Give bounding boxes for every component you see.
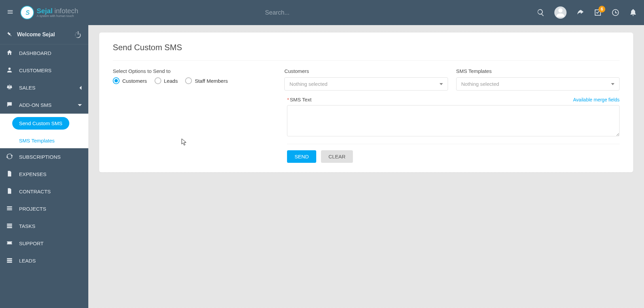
templates-select[interactable]: Nothing selected xyxy=(456,77,620,91)
brand-name: Sejal infotech xyxy=(37,7,78,15)
customers-select-value: Nothing selected xyxy=(289,81,327,87)
merge-fields-link[interactable]: Available merge fields xyxy=(573,97,620,102)
sidebar-item-customers[interactable]: CUSTOMERS xyxy=(0,62,88,79)
nav-label: DASHBOARD xyxy=(19,50,51,56)
bell-icon xyxy=(629,8,637,17)
search-input[interactable] xyxy=(265,9,350,16)
sms-text-field: *SMS Text Available merge fields SEND CL… xyxy=(287,97,620,163)
sidebar-item-dashboard[interactable]: DASHBOARD xyxy=(0,44,88,62)
radio-label: Staff Members xyxy=(195,78,228,84)
chevron-down-icon xyxy=(77,103,82,107)
nav-label: ADD-ON SMS xyxy=(19,102,52,108)
chat-icon xyxy=(6,101,13,109)
nav-label: LEADS xyxy=(19,258,36,264)
content-area: Send Custom SMS Select Options to Send t… xyxy=(88,25,644,308)
file-icon xyxy=(6,188,13,195)
send-to-label: Select Options to Send to xyxy=(113,68,276,74)
submenu-item-send-custom-sms[interactable]: Send Custom SMS xyxy=(0,114,88,133)
topbar-actions: 6 xyxy=(537,6,637,19)
sidebar-item-contracts[interactable]: CONTRACTS xyxy=(0,183,88,200)
sidebar-item-projects[interactable]: PROJECTS xyxy=(0,200,88,217)
share-icon xyxy=(576,8,584,17)
radio-icon xyxy=(185,77,192,84)
rows-icon xyxy=(6,222,13,230)
sms-text-input[interactable] xyxy=(287,105,620,136)
search-button[interactable] xyxy=(537,8,545,17)
nav-label: CONTRACTS xyxy=(19,189,51,194)
radio-customers[interactable]: Customers xyxy=(113,77,147,84)
templates-select-value: Nothing selected xyxy=(461,81,499,87)
notifications-button[interactable] xyxy=(629,8,637,17)
submenu-item-sms-templates[interactable]: SMS Templates xyxy=(0,133,88,148)
caret-down-icon xyxy=(611,82,614,86)
clock-icon xyxy=(611,8,620,17)
welcome-text: Welcome Sejal xyxy=(17,32,74,38)
nav-label: CUSTOMERS xyxy=(19,68,52,73)
share-button[interactable] xyxy=(576,8,584,17)
sidebar-item-subscriptions[interactable]: SUBSCRIPTIONS xyxy=(0,148,88,166)
topbar: Sejal infotech A system with human touch… xyxy=(0,0,644,25)
avatar-icon xyxy=(554,6,567,19)
profile-avatar[interactable] xyxy=(554,6,567,19)
pin-icon xyxy=(6,31,13,39)
sidebar-item-add-on-sms[interactable]: ADD-ON SMS xyxy=(0,96,88,114)
history-button[interactable] xyxy=(611,8,620,17)
radio-icon xyxy=(155,77,161,84)
logout-button[interactable] xyxy=(74,31,82,39)
radio-label: Leads xyxy=(164,78,178,84)
divider xyxy=(113,60,620,61)
notification-badge: 6 xyxy=(598,6,605,13)
customers-select[interactable]: Nothing selected xyxy=(284,77,448,91)
bars-icon xyxy=(6,205,13,213)
clear-button[interactable]: CLEAR xyxy=(321,150,353,163)
tasks-button[interactable]: 6 xyxy=(594,8,602,17)
sidebar-item-expenses[interactable]: EXPENSES xyxy=(0,166,88,183)
submenu: Send Custom SMSSMS Templates xyxy=(0,114,88,148)
caret-down-icon xyxy=(440,82,443,86)
scales-icon xyxy=(6,84,13,92)
radio-label: Customers xyxy=(122,78,147,84)
customers-label: Customers xyxy=(284,68,448,74)
radio-icon xyxy=(113,77,120,84)
sidebar-item-leads[interactable]: LEADS xyxy=(0,252,88,269)
chevron-left-icon xyxy=(79,85,82,90)
customers-field: Customers Nothing selected xyxy=(284,68,448,91)
welcome-bar: Welcome Sejal xyxy=(0,25,88,44)
refresh-icon xyxy=(6,153,13,161)
nav-label: SUPPORT xyxy=(19,240,43,246)
hamburger-icon xyxy=(7,8,14,15)
send-button[interactable]: SEND xyxy=(287,150,316,163)
search-wrap xyxy=(78,9,537,16)
sidebar: Welcome Sejal DASHBOARDCUSTOMERSSALESADD… xyxy=(0,25,88,308)
sms-text-label: *SMS Text xyxy=(287,97,311,102)
brand-tagline: A system with human touch xyxy=(37,15,78,18)
user-icon xyxy=(6,66,13,74)
power-icon xyxy=(74,31,82,39)
nav-label: SUBSCRIPTIONS xyxy=(19,154,61,160)
home-icon xyxy=(6,49,13,57)
nav-label: EXPENSES xyxy=(19,171,47,177)
nav-label: PROJECTS xyxy=(19,206,46,212)
sidebar-item-support[interactable]: SUPPORT xyxy=(0,235,88,252)
templates-field: SMS Templates Nothing selected xyxy=(456,68,620,91)
nav-label: SALES xyxy=(19,85,35,91)
nav-label: TASKS xyxy=(19,223,35,229)
menu-toggle[interactable] xyxy=(7,8,14,17)
logo-icon xyxy=(20,6,34,19)
send-to-field: Select Options to Send to CustomersLeads… xyxy=(113,68,276,91)
templates-label: SMS Templates xyxy=(456,68,620,74)
radio-staff-members[interactable]: Staff Members xyxy=(185,77,228,84)
rows-icon xyxy=(6,257,13,265)
search-icon xyxy=(537,8,545,17)
sidebar-item-tasks[interactable]: TASKS xyxy=(0,217,88,235)
brand-logo[interactable]: Sejal infotech A system with human touch xyxy=(20,6,78,19)
ticket-icon xyxy=(6,239,13,247)
sidebar-item-sales[interactable]: SALES xyxy=(0,79,88,96)
page-title: Send Custom SMS xyxy=(113,43,620,52)
radio-leads[interactable]: Leads xyxy=(155,77,178,84)
doc-icon xyxy=(6,170,13,178)
send-sms-card: Send Custom SMS Select Options to Send t… xyxy=(99,33,633,172)
